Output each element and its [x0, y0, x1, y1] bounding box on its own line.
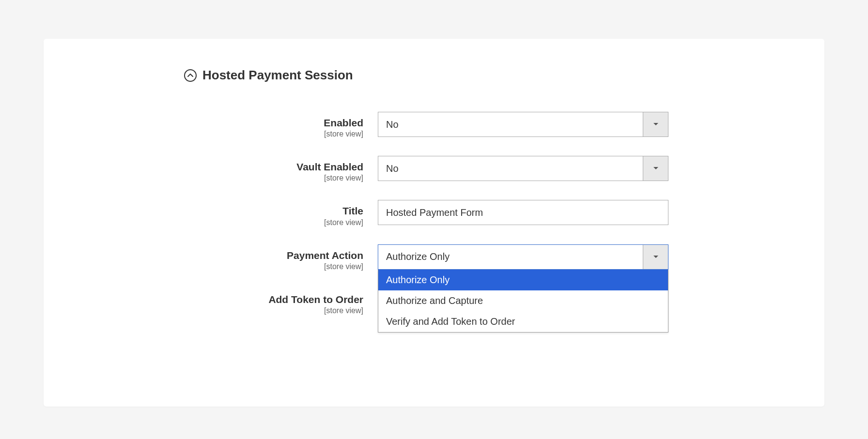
scope-label: [store view] — [63, 130, 363, 138]
select-vault-enabled[interactable]: No — [378, 156, 668, 181]
input-title[interactable] — [378, 200, 668, 225]
input-col: No — [378, 112, 668, 137]
scope-label: [store view] — [63, 218, 363, 227]
select-value: No — [378, 156, 643, 181]
chevron-down-icon — [643, 112, 668, 136]
collapse-icon — [184, 69, 197, 82]
label-col: Title [store view] — [63, 200, 378, 227]
scope-label: [store view] — [63, 306, 363, 315]
input-col — [378, 200, 668, 225]
row-vault-enabled: Vault Enabled [store view] No — [63, 156, 805, 182]
input-col: Authorize Only Authorize Only Authorize … — [378, 244, 668, 270]
scope-label: [store view] — [63, 174, 363, 182]
row-title: Title [store view] — [63, 200, 805, 227]
section-header[interactable]: Hosted Payment Session — [184, 68, 805, 83]
dropdown-option[interactable]: Authorize and Capture — [378, 290, 668, 311]
label-col: Add Token to Order [store view] — [63, 288, 378, 315]
row-enabled: Enabled [store view] No — [63, 112, 805, 138]
label-payment-action: Payment Action — [63, 249, 363, 261]
label-col: Vault Enabled [store view] — [63, 156, 378, 182]
label-col: Enabled [store view] — [63, 112, 378, 138]
scope-label: [store view] — [63, 262, 363, 271]
select-payment-action[interactable]: Authorize Only — [378, 244, 668, 270]
select-enabled[interactable]: No — [378, 112, 668, 137]
dropdown-option[interactable]: Authorize Only — [378, 270, 668, 290]
label-enabled: Enabled — [63, 117, 363, 129]
row-payment-action: Payment Action [store view] Authorize On… — [63, 244, 805, 271]
section-title: Hosted Payment Session — [202, 68, 353, 83]
dropdown-option[interactable]: Verify and Add Token to Order — [378, 311, 668, 332]
label-vault-enabled: Vault Enabled — [63, 161, 363, 173]
input-col: No — [378, 156, 668, 181]
chevron-down-icon — [643, 156, 668, 181]
label-title: Title — [63, 205, 363, 217]
label-add-token: Add Token to Order — [63, 293, 363, 305]
dropdown-payment-action: Authorize Only Authorize and Capture Ver… — [378, 270, 668, 333]
label-col: Payment Action [store view] — [63, 244, 378, 271]
config-panel: Hosted Payment Session Enabled [store vi… — [44, 39, 824, 407]
select-value: No — [378, 112, 643, 136]
chevron-down-icon — [643, 245, 668, 269]
select-value: Authorize Only — [378, 245, 643, 269]
